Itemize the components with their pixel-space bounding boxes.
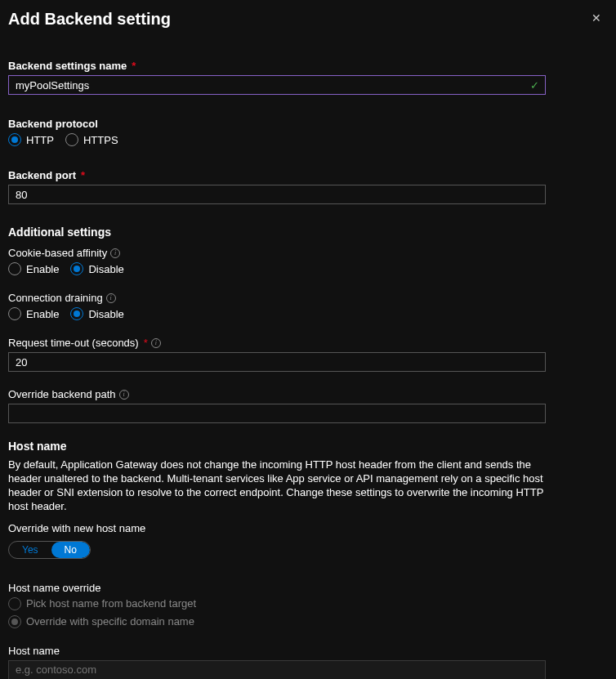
- timeout-input[interactable]: [8, 352, 546, 372]
- drain-enable-radio[interactable]: Enable: [8, 307, 59, 320]
- port-input[interactable]: [8, 185, 546, 204]
- page-title: Add Backend setting: [8, 10, 171, 29]
- override-hostname-toggle[interactable]: Yes No: [8, 541, 91, 559]
- hostname-input: [8, 660, 546, 679]
- hostname-override-label: Host name override: [8, 582, 608, 594]
- override-path-input[interactable]: [8, 404, 546, 423]
- name-label: Backend settings name*: [8, 60, 608, 72]
- port-label: Backend port*: [8, 169, 608, 181]
- protocol-http-radio[interactable]: HTTP: [8, 133, 54, 146]
- override-hostname-no[interactable]: No: [51, 542, 90, 558]
- cookie-affinity-label: Cookie-based affinity i: [8, 247, 608, 259]
- cookie-disable-radio[interactable]: Disable: [70, 262, 123, 275]
- hostname-title: Host name: [8, 440, 608, 453]
- protocol-label: Backend protocol: [8, 118, 608, 130]
- close-icon[interactable]: ✕: [585, 10, 608, 26]
- info-icon[interactable]: i: [119, 390, 129, 400]
- override-new-hostname-label: Override with new host name: [8, 522, 608, 534]
- info-icon[interactable]: i: [110, 248, 120, 258]
- override-path-label: Override backend path i: [8, 388, 608, 400]
- protocol-https-radio[interactable]: HTTPS: [65, 133, 118, 146]
- hostname-pick-backend-radio: Pick host name from backend target: [8, 597, 608, 610]
- check-icon: ✓: [530, 79, 539, 92]
- additional-settings-title: Additional settings: [8, 226, 608, 239]
- override-hostname-yes[interactable]: Yes: [9, 542, 51, 558]
- timeout-label: Request time-out (seconds)* i: [8, 337, 608, 349]
- cookie-enable-radio[interactable]: Enable: [8, 262, 59, 275]
- drain-disable-radio[interactable]: Disable: [70, 307, 123, 320]
- info-icon[interactable]: i: [106, 293, 116, 303]
- hostname-field-label: Host name: [8, 645, 608, 657]
- hostname-description: By default, Application Gateway does not…: [8, 458, 546, 514]
- connection-draining-label: Connection draining i: [8, 292, 608, 304]
- info-icon[interactable]: i: [151, 338, 161, 348]
- hostname-specific-domain-radio: Override with specific domain name: [8, 615, 608, 628]
- name-input[interactable]: [8, 75, 546, 95]
